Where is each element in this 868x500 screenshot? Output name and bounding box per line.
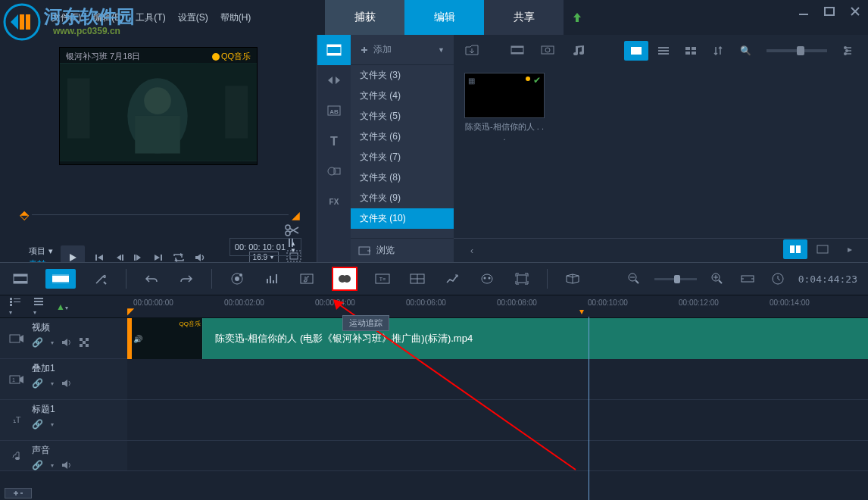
- view-grid-icon[interactable]: [679, 41, 703, 61]
- folder-item-9[interactable]: 文件夹 (9): [351, 188, 454, 208]
- timeline-view-icon[interactable]: [45, 269, 76, 289]
- goto-start-button[interactable]: [94, 252, 105, 263]
- storyboard-view-icon[interactable]: [11, 269, 30, 289]
- timeline-zoom-slider[interactable]: [654, 278, 697, 280]
- audio-track-icon[interactable]: [6, 444, 27, 467]
- next-frame-button[interactable]: [133, 252, 144, 263]
- volume-button[interactable]: [194, 252, 206, 263]
- link-icon[interactable]: 🔗: [32, 378, 43, 389]
- prev-frame-button[interactable]: [114, 252, 124, 263]
- link-icon[interactable]: 🔗: [32, 337, 43, 348]
- label-project[interactable]: 项目▾: [29, 245, 53, 257]
- filter-audio-icon[interactable]: [566, 40, 590, 60]
- overlay-track-icon[interactable]: 1: [6, 362, 27, 396]
- track-header-video: 视频 🔗▾: [0, 318, 127, 358]
- enable-all-icon[interactable]: ▲▾: [56, 302, 68, 312]
- tab-share[interactable]: 共享: [484, 0, 564, 35]
- import-icon[interactable]: [460, 40, 484, 60]
- lib-media-button[interactable]: [317, 35, 351, 65]
- search-icon[interactable]: 🔍: [733, 41, 757, 61]
- track-content-title[interactable]: [127, 400, 868, 440]
- time-remap-icon[interactable]: [442, 269, 462, 289]
- filter-photo-icon[interactable]: [535, 40, 560, 60]
- folder-item-3[interactable]: 文件夹 (3): [351, 65, 454, 86]
- lib-settings-icon[interactable]: [836, 41, 860, 61]
- track-content-video[interactable]: 🔊 QQ音乐 陈奕迅-相信你的人 (电影《银河补习班》推广曲)(标清).mp4: [127, 318, 868, 358]
- seek-start-marker[interactable]: ⬘: [20, 208, 29, 222]
- fit-timeline-icon[interactable]: [738, 269, 757, 289]
- tab-capture[interactable]: 捕获: [325, 0, 404, 35]
- 3d-title-icon[interactable]: [563, 269, 582, 289]
- close-button[interactable]: [850, 6, 862, 18]
- seek-end-marker[interactable]: ◢: [292, 209, 300, 221]
- menu-help[interactable]: 帮助(H): [214, 8, 258, 27]
- audio-mixer-icon[interactable]: [262, 269, 282, 289]
- menu-settings[interactable]: 设置(S): [172, 8, 214, 27]
- folder-item-10[interactable]: 文件夹 (10): [351, 208, 454, 229]
- maximize-button[interactable]: [824, 6, 836, 18]
- folder-item-6[interactable]: 文件夹 (6): [351, 127, 454, 147]
- lib-titles-button[interactable]: AB: [317, 95, 351, 126]
- playhead[interactable]: [589, 317, 589, 500]
- link-icon[interactable]: 🔗: [32, 419, 43, 430]
- ruler-out-marker[interactable]: ▾: [579, 306, 584, 317]
- checker-icon[interactable]: [80, 338, 90, 347]
- track-content-audio[interactable]: [127, 441, 868, 470]
- project-duration-icon[interactable]: [768, 269, 788, 289]
- library-browse-button[interactable]: 浏览: [351, 238, 454, 262]
- timeline-ruler[interactable]: 00:00:00:00 00:00:02:00 00:00:04:00 00:0…: [127, 295, 868, 317]
- subtitle-icon[interactable]: T≡: [373, 269, 392, 289]
- tools-icon[interactable]: [91, 269, 111, 289]
- undo-button[interactable]: [142, 269, 161, 289]
- redo-button[interactable]: [176, 269, 196, 289]
- view-thumbs-icon[interactable]: [624, 41, 648, 61]
- scroll-left-icon[interactable]: ‹: [460, 241, 484, 261]
- lib-filters-button[interactable]: FX: [317, 186, 351, 217]
- goto-end-button[interactable]: [153, 252, 164, 263]
- video-track-icon[interactable]: [6, 321, 27, 355]
- preview-video[interactable]: 银河补习班 7月18日 QQ音乐: [59, 47, 258, 165]
- zoom-in-icon[interactable]: [707, 269, 727, 289]
- lib-text-button[interactable]: T: [317, 126, 351, 156]
- mute-icon[interactable]: [61, 379, 72, 388]
- lib-graphics-button[interactable]: [317, 156, 351, 186]
- mute-icon[interactable]: [61, 461, 72, 470]
- track-height-icon[interactable]: ▾: [33, 297, 44, 317]
- auto-music-icon[interactable]: [297, 269, 317, 289]
- video-clip[interactable]: 🔊 QQ音乐 陈奕迅-相信你的人 (电影《银河补习班》推广曲)(标清).mp4: [127, 318, 868, 359]
- folder-item-4[interactable]: 文件夹 (4): [351, 86, 454, 106]
- folder-item-5[interactable]: 文件夹 (5): [351, 106, 454, 127]
- record-icon[interactable]: [227, 269, 247, 289]
- library-thumb-item[interactable]: ▦ ✔ 陈奕迅-相信你的人 . . .: [464, 73, 545, 142]
- lib-zoom-slider[interactable]: [767, 49, 827, 52]
- track-options-icon[interactable]: ▾: [9, 297, 21, 317]
- preview-timecode[interactable]: 00: 00: 10: 01▲▼: [229, 238, 301, 256]
- panel-expand-icon[interactable]: ▸: [838, 239, 862, 259]
- loop-button[interactable]: [173, 252, 185, 263]
- sort-icon[interactable]: [706, 41, 730, 61]
- link-icon[interactable]: 🔗: [32, 460, 43, 470]
- seek-bar[interactable]: ⬘ ◢: [20, 208, 300, 222]
- minimize-button[interactable]: [798, 6, 810, 18]
- folder-item-8[interactable]: 文件夹 (8): [351, 167, 454, 188]
- view-list-icon[interactable]: [651, 41, 676, 61]
- folder-item-7[interactable]: 文件夹 (7): [351, 147, 454, 167]
- mask-icon[interactable]: [477, 269, 497, 289]
- mute-icon[interactable]: [61, 338, 72, 347]
- motion-tracking-button[interactable]: [332, 267, 358, 291]
- lib-transitions-button[interactable]: [317, 65, 351, 95]
- title-track-icon[interactable]: ₁T: [6, 403, 27, 437]
- zoom-out-icon[interactable]: [624, 269, 644, 289]
- panel-layout-1-icon[interactable]: [783, 239, 807, 259]
- library-add-button[interactable]: 添加 ▼: [351, 35, 454, 65]
- upload-icon[interactable]: [571, 11, 583, 23]
- seek-line[interactable]: [32, 214, 289, 215]
- pan-zoom-icon[interactable]: [512, 269, 532, 289]
- track-content-overlay[interactable]: [127, 359, 868, 399]
- tab-edit[interactable]: 编辑: [404, 0, 484, 35]
- add-track-button[interactable]: [5, 488, 32, 498]
- ruler-in-marker[interactable]: ◤: [127, 306, 134, 317]
- multiview-icon[interactable]: [407, 269, 427, 289]
- panel-layout-2-icon[interactable]: [810, 239, 835, 259]
- filter-video-icon[interactable]: [505, 40, 529, 60]
